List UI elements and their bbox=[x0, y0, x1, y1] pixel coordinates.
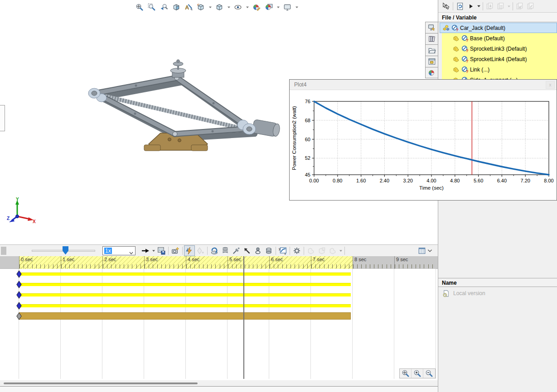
display-style-icon[interactable] bbox=[214, 2, 225, 13]
select-multiple-icon[interactable] bbox=[441, 1, 451, 12]
svg-text:68: 68 bbox=[305, 118, 310, 123]
svg-text:1.60: 1.60 bbox=[356, 178, 366, 183]
timeline-change-bar[interactable] bbox=[19, 293, 351, 296]
view-settings-icon[interactable] bbox=[282, 2, 293, 13]
collapsed-panel-tab[interactable] bbox=[0, 105, 5, 131]
hide-show-items-icon[interactable] bbox=[232, 2, 243, 13]
appearances-scenes-tab[interactable] bbox=[425, 67, 438, 78]
timeline-key-point[interactable] bbox=[16, 302, 22, 310]
svg-text:2.40: 2.40 bbox=[380, 178, 389, 183]
timeline-second-cell[interactable]: 4 sec bbox=[186, 256, 228, 269]
horizontal-scrollbar-thumb[interactable] bbox=[4, 382, 198, 384]
tree-item[interactable]: ?SprocketLink3 (Default) bbox=[442, 43, 557, 54]
timeline-second-cell[interactable]: 3 sec bbox=[144, 256, 186, 269]
timeline-second-cell[interactable]: 9 sec bbox=[394, 256, 436, 269]
copy-tree-dropdown-icon[interactable] bbox=[506, 1, 511, 11]
local-version-row[interactable]: Local version bbox=[438, 288, 557, 298]
timeline-second-cell[interactable]: 8 sec bbox=[353, 256, 394, 269]
collapse-motionmanager-icon[interactable] bbox=[417, 245, 427, 256]
playback-speed-combobox[interactable]: 1x bbox=[102, 246, 136, 255]
solidworks-resources-icon bbox=[427, 23, 436, 32]
timeline-zoom-fit-icon[interactable] bbox=[400, 369, 412, 378]
play-mode-dropdown-icon[interactable] bbox=[151, 246, 156, 256]
design-library-tab[interactable] bbox=[425, 33, 438, 44]
calculate-icon[interactable] bbox=[184, 245, 195, 256]
motionmanager-chevron-icon[interactable] bbox=[427, 246, 432, 256]
timeline-key-point[interactable] bbox=[16, 281, 22, 288]
timeline-zoom-out-icon[interactable] bbox=[423, 369, 435, 378]
edit-appearance-icon[interactable] bbox=[251, 2, 262, 13]
timeline-second-cell[interactable]: 0 sec bbox=[19, 256, 61, 269]
motor-icon[interactable] bbox=[209, 245, 220, 256]
apply-scene-dropdown-icon[interactable] bbox=[276, 2, 281, 12]
hide-annotations-icon[interactable]: A bbox=[183, 2, 194, 13]
contact-icon[interactable] bbox=[252, 245, 263, 256]
play-mode-icon[interactable] bbox=[140, 245, 151, 256]
timeline-change-bar[interactable] bbox=[19, 283, 351, 286]
zoom-to-fit-icon[interactable] bbox=[134, 2, 145, 13]
tree-item[interactable]: ?Car_Jack (Default) bbox=[440, 23, 557, 33]
timeline-second-cell[interactable]: 1 sec bbox=[61, 256, 102, 269]
zoom-to-area-icon[interactable] bbox=[146, 2, 157, 13]
timeline-zoom-in-icon[interactable] bbox=[412, 369, 423, 378]
timeline-key-point[interactable] bbox=[16, 291, 22, 299]
section-view-icon[interactable] bbox=[171, 2, 182, 13]
timeline-second-label: 4 sec bbox=[188, 257, 199, 262]
force-icon[interactable] bbox=[242, 245, 252, 256]
add-key-icon[interactable] bbox=[195, 245, 206, 256]
slider-handle[interactable] bbox=[63, 246, 68, 255]
timeline-second-label: 8 sec bbox=[354, 257, 366, 262]
view-orientation-icon[interactable] bbox=[195, 2, 206, 13]
timeline-change-bar[interactable] bbox=[19, 304, 351, 307]
timeline-total-duration-bar[interactable] bbox=[19, 312, 351, 320]
play-icon[interactable] bbox=[465, 1, 476, 12]
simulation-setup-dropdown-icon[interactable] bbox=[338, 246, 343, 256]
tree-item-label: SprocketLink4 (Default) bbox=[470, 56, 527, 62]
timeline-second-cell[interactable]: 6 sec bbox=[269, 256, 311, 269]
file-explorer-tab[interactable] bbox=[425, 44, 438, 56]
timeline-second-cell[interactable]: 2 sec bbox=[102, 256, 144, 269]
simulation-setup-2-icon[interactable] bbox=[316, 245, 327, 256]
view-palette-tab[interactable] bbox=[425, 56, 438, 67]
check-out-icon[interactable] bbox=[525, 1, 536, 12]
timeline-second-cell[interactable]: 7 sec bbox=[311, 256, 353, 269]
display-style-dropdown-icon[interactable] bbox=[226, 2, 231, 12]
refresh-file-icon[interactable] bbox=[455, 1, 465, 12]
save-animation-icon[interactable] bbox=[156, 245, 167, 256]
plot-window-titlebar[interactable]: Plot4 x bbox=[290, 80, 557, 90]
check-in-icon[interactable] bbox=[514, 1, 525, 12]
timeline-ruler[interactable]: 0 sec1 sec2 sec3 sec4 sec5 sec6 sec7 sec… bbox=[0, 256, 438, 269]
timeline-corner-handle[interactable] bbox=[1, 247, 6, 255]
combobox-chevron-icon[interactable] bbox=[129, 249, 133, 256]
view-orientation-dropdown-icon[interactable] bbox=[208, 2, 213, 12]
get-latest-version-icon[interactable] bbox=[484, 1, 495, 12]
copy-tree-icon[interactable] bbox=[495, 1, 506, 12]
horizontal-scrollbar[interactable] bbox=[0, 380, 438, 386]
tree-item[interactable]: ?Link (...) bbox=[442, 64, 557, 75]
view-settings-dropdown-icon[interactable] bbox=[294, 2, 299, 12]
spring-icon[interactable] bbox=[220, 245, 231, 256]
car-jack-model[interactable] bbox=[68, 53, 281, 154]
timeline-change-bar[interactable] bbox=[19, 272, 351, 276]
simulation-setup-1-icon[interactable] bbox=[305, 245, 316, 256]
timeline-total-key-point[interactable] bbox=[16, 312, 22, 320]
play-options-dropdown-icon[interactable] bbox=[476, 1, 481, 11]
solidworks-resources-tab[interactable] bbox=[425, 22, 438, 33]
plot-close-button[interactable]: x bbox=[546, 81, 555, 89]
damper-icon[interactable] bbox=[231, 245, 242, 256]
animation-wizard-icon[interactable] bbox=[170, 245, 181, 256]
tree-item[interactable]: ?SprocketLink4 (Default) bbox=[442, 54, 557, 64]
results-and-plots-icon[interactable]: yx bbox=[277, 245, 288, 256]
simulation-setup-3-icon[interactable] bbox=[327, 245, 338, 256]
tree-item[interactable]: ?Base (Default) bbox=[442, 33, 557, 43]
apply-scene-icon[interactable] bbox=[263, 2, 274, 13]
previous-view-icon[interactable] bbox=[159, 2, 170, 13]
motion-study-properties-icon[interactable] bbox=[291, 245, 302, 256]
timeline-second-cell[interactable]: 5 sec bbox=[228, 256, 269, 269]
playback-speed-slider[interactable] bbox=[32, 246, 95, 256]
file-explorer-icon bbox=[427, 46, 436, 55]
timeline-key-point[interactable] bbox=[16, 270, 22, 278]
hide-show-items-dropdown-icon[interactable] bbox=[245, 2, 250, 12]
gravity-icon[interactable] bbox=[263, 245, 274, 256]
timeline-time-cursor[interactable] bbox=[243, 256, 244, 379]
